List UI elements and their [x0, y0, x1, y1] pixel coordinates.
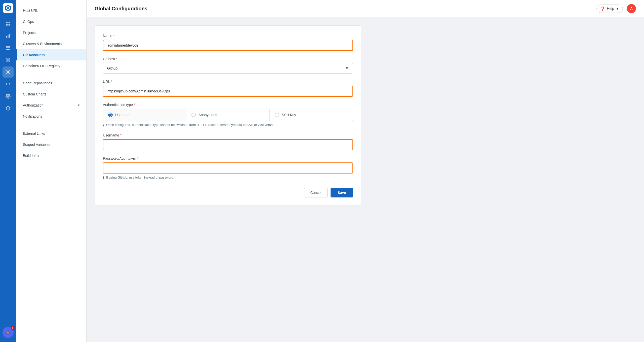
svg-rect-9 [9, 34, 10, 38]
user-avatar[interactable]: A [627, 4, 636, 13]
svg-rect-8 [8, 35, 8, 38]
authorization-arrow-icon: ▼ [77, 104, 80, 107]
nav-icon-settings[interactable] [3, 66, 14, 78]
page-title: Global Configurations [95, 6, 147, 12]
nav-git-accounts[interactable]: Git Accounts [16, 49, 86, 60]
nav-custom-charts[interactable]: Custom Charts [16, 89, 86, 100]
auth-type-group: User auth Anonymous SSH Key [103, 109, 353, 121]
top-bar: Global Configurations ❓ Help ▼ A [87, 0, 644, 17]
nav-notifications[interactable]: Notifications [16, 111, 86, 122]
top-bar-right: ❓ Help ▼ A [596, 4, 636, 13]
name-field-group: Name * [103, 34, 353, 51]
auth-option-user-auth[interactable]: User auth [103, 109, 186, 121]
nav-build-infra[interactable]: Build Infra [16, 150, 86, 161]
form-actions: Cancel Save [103, 188, 353, 197]
radio-user-auth [108, 113, 113, 117]
git-host-required: * [116, 57, 117, 61]
svg-marker-15 [6, 106, 10, 108]
git-host-label: Git host * [103, 57, 353, 61]
svg-rect-5 [6, 24, 8, 26]
help-button[interactable]: ❓ Help ▼ [596, 5, 623, 13]
info-icon-auth: ℹ [103, 123, 104, 127]
nav-external-links[interactable]: External Links [16, 128, 86, 139]
url-input[interactable] [103, 86, 353, 97]
name-label: Name * [103, 34, 353, 38]
username-label: Username * [103, 133, 353, 137]
radio-dot-user-auth [109, 114, 112, 116]
nav-icon-config[interactable] [3, 91, 14, 102]
nav-projects[interactable]: Projects [16, 27, 86, 38]
nav-icon-stack[interactable] [3, 103, 14, 114]
url-required: * [111, 80, 112, 84]
sidebar-icons: 🎮 1 [0, 0, 16, 342]
svg-rect-6 [9, 24, 10, 26]
url-label: URL * [103, 80, 353, 84]
discord-badge: 1 [11, 326, 15, 330]
username-required: * [120, 133, 122, 137]
password-info: ℹ If using Github, use token instead of … [103, 176, 353, 180]
auth-type-required: * [134, 103, 135, 107]
nav-chart-repos[interactable]: Chart Repositories [16, 78, 86, 89]
svg-rect-3 [6, 22, 8, 23]
username-field-group: Username * [103, 133, 353, 150]
svg-rect-11 [6, 47, 10, 48]
nav-icon-table[interactable] [3, 42, 14, 53]
git-accounts-form: Name * Git host * Github GitLab Bitbucke… [95, 25, 361, 206]
name-input[interactable] [103, 40, 353, 51]
auth-option-anonymous[interactable]: Anonymous [186, 109, 270, 121]
nav-sidebar: Host URL GitOps Projects Clusters & Envi… [16, 0, 87, 342]
name-required: * [113, 34, 114, 38]
discord-button[interactable]: 🎮 1 [3, 327, 14, 338]
username-input[interactable] [103, 139, 353, 150]
auth-type-field-group: Authentication type * User auth Anonymou… [103, 103, 353, 127]
radio-ssh-key [275, 113, 279, 117]
nav-icon-code[interactable] [3, 79, 14, 90]
content-area: Name * Git host * Github GitLab Bitbucke… [87, 17, 644, 342]
main-area: Global Configurations ❓ Help ▼ A Name * [87, 0, 644, 342]
svg-rect-12 [6, 49, 10, 50]
nav-container-registry[interactable]: Container/ OCI Registry [16, 60, 86, 72]
auth-option-ssh-key[interactable]: SSH Key [270, 109, 353, 121]
nav-clusters[interactable]: Clusters & Environments [16, 38, 86, 49]
url-field-group: URL * [103, 80, 353, 97]
git-host-select-wrapper: Github GitLab Bitbucket Azure DevOps Git… [103, 63, 353, 74]
nav-scoped-variables[interactable]: Scoped Variables [16, 139, 86, 150]
help-circle-icon: ❓ [600, 6, 605, 11]
nav-icon-cube[interactable] [3, 54, 14, 65]
app-logo[interactable] [3, 3, 13, 13]
nav-gitops[interactable]: GitOps [16, 16, 86, 27]
svg-rect-7 [6, 36, 7, 38]
nav-host-url[interactable]: Host URL [16, 5, 86, 16]
password-required: * [137, 156, 138, 160]
auth-type-label: Authentication type * [103, 103, 353, 107]
help-chevron-icon: ▼ [616, 7, 619, 11]
password-field-group: Password/Auth token * ℹ If using Github,… [103, 156, 353, 180]
auth-type-info: ℹ Once configured, authentication type c… [103, 123, 353, 127]
nav-icon-chart[interactable] [3, 30, 14, 41]
git-host-select[interactable]: Github GitLab Bitbucket Azure DevOps Git… [103, 63, 353, 74]
svg-point-13 [8, 72, 9, 73]
save-button[interactable]: Save [331, 188, 353, 197]
svg-rect-10 [6, 46, 10, 47]
password-input[interactable] [103, 162, 353, 174]
info-icon-password: ℹ [103, 176, 104, 180]
nav-icon-grid[interactable] [3, 18, 14, 29]
password-label: Password/Auth token * [103, 156, 353, 160]
cancel-button[interactable]: Cancel [304, 188, 328, 197]
discord-icon: 🎮 [5, 330, 11, 335]
svg-rect-4 [9, 22, 10, 23]
nav-authorization[interactable]: Authorization ▼ [16, 100, 86, 111]
svg-point-14 [8, 96, 9, 97]
radio-anonymous [191, 113, 196, 117]
git-host-field-group: Git host * Github GitLab Bitbucket Azure… [103, 57, 353, 74]
